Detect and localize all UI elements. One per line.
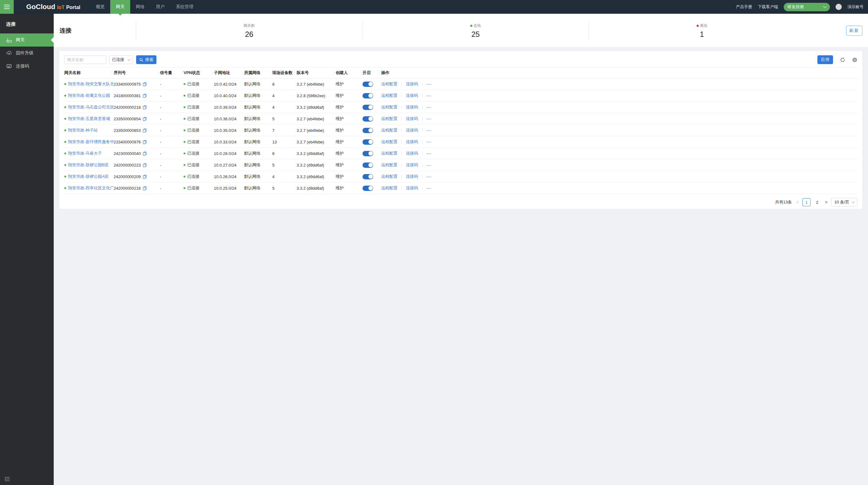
- subnet-address: 10.0.39.0/24: [214, 105, 244, 110]
- remote-config-link[interactable]: 远程配置: [381, 174, 398, 179]
- copy-icon[interactable]: [143, 105, 147, 109]
- enable-toggle[interactable]: [363, 105, 373, 110]
- remote-config-link[interactable]: 远程配置: [381, 151, 398, 156]
- copy-icon[interactable]: [143, 186, 147, 190]
- more-actions-button[interactable]: ···: [427, 128, 432, 133]
- gateway-name-link[interactable]: 翔安市政-前庵文化公园: [68, 93, 110, 98]
- copy-icon[interactable]: [143, 140, 147, 144]
- more-actions-button[interactable]: ···: [427, 174, 432, 179]
- more-actions-button[interactable]: ···: [427, 163, 432, 168]
- search-button[interactable]: 搜索: [136, 55, 156, 64]
- divider: [402, 186, 402, 190]
- gateway-name-link[interactable]: 翔安市政-鼓锣公园B区: [68, 162, 108, 168]
- copy-icon[interactable]: [143, 117, 147, 121]
- connect-code-link[interactable]: 连接码: [406, 127, 418, 133]
- connect-code-link[interactable]: 连接码: [406, 81, 418, 87]
- copy-icon[interactable]: [143, 175, 147, 179]
- table-row: 翔安市政-前庵文化公园 241800000381 - 已连接 10.0.40.0…: [64, 90, 434, 102]
- enable-toggle[interactable]: [363, 93, 373, 98]
- enable-toggle[interactable]: [363, 82, 373, 87]
- remote-config-link[interactable]: 远程配置: [381, 139, 398, 145]
- remote-config-link[interactable]: 远程配置: [381, 162, 398, 168]
- sidebar-item-firmware-upgrade[interactable]: 固件升级: [0, 47, 54, 60]
- connect-code-link[interactable]: 连接码: [406, 151, 418, 156]
- sidebar-item-gateway[interactable]: 网关: [0, 33, 54, 47]
- device-count: 7: [272, 128, 297, 133]
- serial-number: 233400000976: [114, 140, 141, 144]
- hamburger-menu-button[interactable]: [0, 0, 14, 14]
- connect-code-link[interactable]: 连接码: [406, 116, 418, 121]
- gateway-name-link[interactable]: 翔安市政-种子站: [68, 127, 98, 133]
- remote-config-link[interactable]: 远程配置: [381, 81, 398, 87]
- creator-name: 维护: [336, 104, 363, 110]
- nav-tab-users[interactable]: 用户: [150, 0, 170, 14]
- gateway-name-link[interactable]: 翔安市政-鼓锣公园A区: [68, 174, 108, 179]
- connection-filter-select[interactable]: 已连接: [109, 55, 133, 64]
- enable-toggle[interactable]: [363, 163, 373, 168]
- copy-icon[interactable]: [143, 129, 147, 133]
- gateway-name-link[interactable]: 翔安市政-乌石盘公司北区: [68, 104, 114, 110]
- remote-config-link[interactable]: 远程配置: [381, 104, 398, 110]
- enable-toggle[interactable]: [363, 186, 373, 191]
- enable-toggle[interactable]: [363, 151, 373, 156]
- column-header: 子网地址: [214, 70, 244, 76]
- nav-tab-overview[interactable]: 概览: [90, 0, 110, 14]
- creator-name: 维护: [336, 81, 363, 87]
- nav-tab-gateway[interactable]: 网关: [110, 0, 130, 14]
- search-input[interactable]: [64, 55, 106, 64]
- serial-number: 241800000381: [114, 93, 141, 98]
- connect-code-link[interactable]: 连接码: [406, 104, 418, 110]
- enable-toggle[interactable]: [363, 139, 373, 145]
- enable-toggle[interactable]: [363, 128, 373, 133]
- column-header: 现场设备数: [272, 70, 297, 76]
- nav-tab-system-admin[interactable]: 系统管理: [170, 0, 199, 14]
- vpn-status-dot: [184, 187, 185, 189]
- more-actions-button[interactable]: ···: [427, 93, 432, 98]
- divider: [422, 151, 423, 155]
- remote-config-link[interactable]: 远程配置: [381, 185, 398, 191]
- copy-icon[interactable]: [143, 94, 147, 98]
- more-actions-button[interactable]: ···: [427, 186, 432, 191]
- remote-config-link[interactable]: 远程配置: [381, 127, 398, 133]
- gateway-name-link[interactable]: 翔安市政-翔安交警大队北侧: [68, 81, 114, 87]
- subnet-address: 10.0.42.0/24: [214, 82, 244, 87]
- logo-text-accent: IoT: [57, 5, 65, 10]
- remote-config-link[interactable]: 远程配置: [381, 116, 398, 121]
- enable-toggle[interactable]: [363, 116, 373, 121]
- more-actions-button[interactable]: ···: [427, 140, 432, 144]
- device-count: 4: [272, 93, 297, 98]
- copy-icon[interactable]: [143, 82, 147, 86]
- sidebar-item-connect-code[interactable]: 连接码: [0, 60, 54, 73]
- network-name: 默认网络: [244, 185, 272, 191]
- divider: [422, 163, 423, 167]
- table-row: 翔安市政-翔安交警大队北侧 233400000975 - 已连接 10.0.42…: [64, 79, 434, 90]
- remote-config-link[interactable]: 远程配置: [381, 93, 398, 98]
- table-row: 翔安市政-马巷大千 242300000040 - 已连接 10.0.28.0/2…: [64, 148, 434, 160]
- gateway-name-link[interactable]: 翔安市政-马巷大千: [68, 151, 102, 156]
- connect-code-link[interactable]: 连接码: [406, 93, 418, 98]
- vpn-status-dot: [184, 106, 185, 108]
- gateway-name-link[interactable]: 翔安市政-新圩便民服务中心: [68, 139, 114, 145]
- connect-code-link[interactable]: 连接码: [406, 174, 418, 179]
- copy-icon[interactable]: [143, 151, 147, 155]
- subnet-address: 10.0.40.0/24: [214, 93, 244, 98]
- signal-value: -: [160, 174, 184, 179]
- connect-code-link[interactable]: 连接码: [406, 162, 418, 168]
- more-actions-button[interactable]: ···: [427, 117, 432, 121]
- nav-tab-network[interactable]: 网络: [130, 0, 150, 14]
- serial-number: 242000000216: [114, 186, 141, 191]
- connect-code-link[interactable]: 连接码: [406, 139, 418, 145]
- more-actions-button[interactable]: ···: [427, 82, 432, 87]
- more-actions-button[interactable]: ···: [427, 151, 432, 156]
- signal-value: -: [160, 163, 184, 168]
- connect-code-link[interactable]: 连接码: [406, 185, 418, 191]
- copy-icon[interactable]: [143, 163, 147, 167]
- gateway-name-link[interactable]: 翔安市政-五星路贡香城: [68, 116, 110, 121]
- gateway-name-link[interactable]: 翔安市政-西亭社区文化广场: [68, 185, 114, 191]
- more-actions-button[interactable]: ···: [427, 105, 432, 110]
- gateway-status-dot: [64, 187, 66, 189]
- vpn-status-dot: [184, 95, 185, 96]
- divider: [422, 82, 423, 86]
- enable-toggle[interactable]: [363, 174, 373, 179]
- stat-gateway-count: 网关数 26: [136, 22, 362, 40]
